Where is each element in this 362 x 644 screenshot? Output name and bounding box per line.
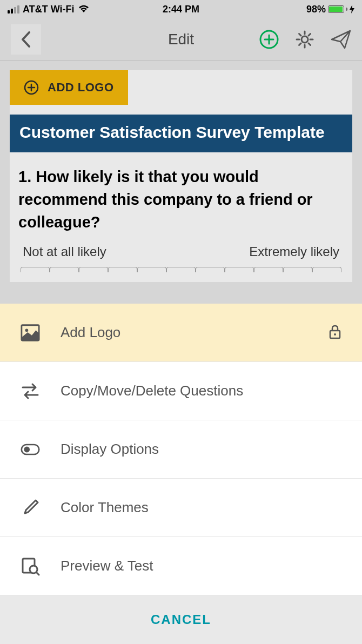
gear-icon [295,30,314,49]
svg-point-1 [301,36,308,43]
scale-labels: Not at all likely Extremely likely [18,244,344,259]
survey-title[interactable]: Customer Satisfaction Survey Template [10,115,352,152]
toggle-icon [21,443,40,456]
preview-icon [21,556,40,576]
menu-label: Add Logo [61,324,308,341]
chevron-left-icon [21,31,31,48]
back-button[interactable] [11,24,41,55]
cancel-label: CANCEL [151,612,211,627]
signal-icon [8,5,19,14]
scale-low-label: Not at all likely [23,244,106,259]
menu-label: Display Options [61,441,341,458]
svg-point-4 [25,328,29,332]
menu-item-display-options[interactable]: Display Options [0,420,362,479]
scale-cell[interactable] [21,267,50,272]
menu-label: Color Themes [61,499,341,516]
menu-item-copy-move-delete[interactable]: Copy/Move/Delete Questions [0,362,362,420]
wifi-icon [78,5,89,14]
scale-row [18,267,344,272]
scale-cell[interactable] [254,267,283,272]
survey-card: ADD LOGO Customer Satisfaction Survey Te… [10,70,352,282]
scale-cell[interactable] [166,267,196,272]
status-bar: AT&T Wi-Fi 2:44 PM 98% [0,0,362,18]
charging-icon [350,5,354,14]
plus-circle-icon [24,80,39,95]
svg-point-6 [334,333,336,336]
question-text: 1. How likely is it that you would recom… [18,165,344,233]
menu-label: Copy/Move/Delete Questions [61,383,341,399]
swap-icon [21,382,40,400]
settings-button[interactable] [295,30,314,49]
brush-icon [21,498,40,518]
page-title: Edit [168,31,194,48]
plus-circle-icon [259,30,279,49]
svg-point-8 [24,446,30,452]
scale-cell[interactable] [225,267,254,272]
menu-item-color-themes[interactable]: Color Themes [0,479,362,537]
scale-cell[interactable] [283,267,312,272]
menu-label: Preview & Test [61,558,341,574]
status-left: AT&T Wi-Fi [8,4,89,15]
status-right: 98% [306,4,354,15]
paper-plane-icon [331,30,351,49]
scale-cell[interactable] [312,267,341,272]
question-block[interactable]: 1. How likely is it that you would recom… [10,152,352,282]
header: Edit [0,18,362,61]
scale-cell[interactable] [79,267,108,272]
battery-icon [328,5,344,13]
scale-high-label: Extremely likely [249,244,339,259]
menu-item-add-logo[interactable]: Add Logo [0,304,362,362]
lock-icon [329,324,341,339]
time-label: 2:44 PM [163,4,199,15]
send-button[interactable] [331,30,351,49]
scale-cell[interactable] [196,267,225,272]
menu-item-preview-test[interactable]: Preview & Test [0,537,362,595]
add-logo-button[interactable]: ADD LOGO [10,70,128,105]
cancel-button[interactable]: CANCEL [0,595,362,644]
battery-percent-label: 98% [306,4,326,15]
action-sheet: Add Logo Copy/Move/Delete Questions Dis [0,304,362,644]
scale-cell[interactable] [108,267,137,272]
add-logo-label: ADD LOGO [48,81,114,95]
add-button[interactable] [259,30,279,49]
carrier-label: AT&T Wi-Fi [23,4,74,15]
scale-cell[interactable] [50,267,79,272]
survey-container: ADD LOGO Customer Satisfaction Survey Te… [0,61,362,292]
image-icon [21,324,40,342]
scale-cell[interactable] [137,267,166,272]
